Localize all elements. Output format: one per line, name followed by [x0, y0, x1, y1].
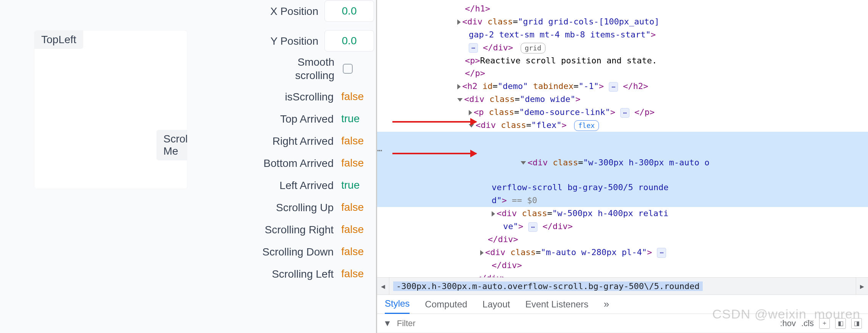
ellipsis-icon[interactable]: ⋯ [609, 82, 618, 92]
expand-icon[interactable] [492, 211, 495, 217]
ellipsis-icon[interactable]: ⋯ [528, 222, 537, 232]
demo-page: TopLeft Scroll Me X Position Y Position … [0, 0, 377, 333]
value-scrolling-left: false [340, 268, 374, 280]
annotation-arrow [392, 153, 476, 154]
value-right-arrived: false [340, 135, 374, 147]
breadcrumb-selected[interactable]: -300px.h-300px.m-auto.overflow-scroll.bg… [393, 281, 703, 291]
input-y-position[interactable] [324, 30, 374, 52]
styles-tabs: Styles Computed Layout Event Listeners » [377, 295, 868, 314]
new-style-rule-icon[interactable]: ＋ [819, 318, 830, 329]
value-left-arrived: true [340, 179, 374, 191]
expand-icon[interactable] [457, 19, 461, 25]
styles-pane-icon[interactable]: ◨ [851, 318, 862, 329]
styles-pane-icon[interactable]: ◧ [835, 318, 846, 329]
label-scrolling-down: Scrolling Down [195, 245, 334, 259]
ellipsis-icon[interactable]: ⋯ [620, 108, 629, 118]
ellipsis-icon[interactable]: ⋯ [469, 43, 478, 53]
cls-toggle[interactable]: .cls [801, 318, 814, 328]
collapse-icon[interactable] [457, 98, 463, 102]
label-x-position: X Position [195, 5, 318, 18]
value-scrolling-right: false [340, 223, 374, 236]
tab-layout[interactable]: Layout [482, 295, 510, 314]
label-smooth-scrolling: Smooth scrolling [195, 55, 334, 82]
grid-pill[interactable]: grid [521, 43, 545, 53]
scroll-container[interactable]: TopLeft Scroll Me [34, 31, 187, 189]
chevron-left-icon[interactable]: ◀ [377, 278, 389, 294]
input-x-position[interactable] [324, 0, 374, 22]
label-scrolling-left: Scrolling Left [195, 267, 334, 281]
value-scrolling-up: false [340, 201, 374, 213]
label-bottom-arrived: Bottom Arrived [195, 157, 334, 170]
badge-scrollme: Scroll Me [156, 130, 187, 160]
expand-icon[interactable] [469, 110, 472, 115]
devtools-panel: </h1> <div class="grid grid-cols-[100px_… [377, 0, 868, 333]
chevron-right-icon[interactable]: ▶ [856, 278, 868, 294]
elements-tree[interactable]: </h1> <div class="grid grid-cols-[100px_… [377, 0, 868, 277]
tab-computed[interactable]: Computed [425, 295, 467, 314]
tab-styles[interactable]: Styles [385, 294, 410, 314]
label-scrolling-up: Scrolling Up [195, 201, 334, 214]
more-tabs-icon[interactable]: » [604, 298, 609, 310]
collapse-icon[interactable] [521, 161, 526, 165]
value-bottom-arrived: false [340, 157, 374, 169]
styles-filter-bar: ▼ :hov .cls ＋ ◧ ◨ [377, 314, 868, 333]
label-y-position: Y Position [195, 34, 318, 48]
expand-icon[interactable] [480, 250, 484, 255]
value-scrolling-down: false [340, 246, 374, 258]
tab-event-listeners[interactable]: Event Listeners [525, 295, 588, 314]
badge-topleft: TopLeft [34, 31, 83, 49]
label-scrolling-right: Scrolling Right [195, 223, 334, 236]
dom-breadcrumb[interactable]: ◀ -300px.h-300px.m-auto.overflow-scroll.… [377, 277, 868, 295]
checkbox-smooth-scrolling[interactable] [343, 64, 353, 74]
p-text: Reactive scroll position and state. [480, 56, 657, 65]
ellipsis-icon[interactable]: ⋯ [657, 248, 666, 257]
label-isscrolling: isScrolling [195, 90, 334, 103]
annotation-arrow [392, 121, 476, 123]
value-top-arrived: true [340, 113, 374, 125]
expand-icon[interactable] [457, 84, 461, 89]
label-left-arrived: Left Arrived [195, 179, 334, 192]
label-right-arrived: Right Arrived [195, 134, 334, 148]
props-panel: X Position Y Position Smooth scrolling i… [195, 0, 374, 285]
kebab-icon[interactable]: ⋯ [377, 144, 383, 157]
flex-pill[interactable]: flex [574, 120, 599, 131]
filter-icon: ▼ [383, 318, 392, 328]
label-top-arrived: Top Arrived [195, 112, 334, 126]
selected-element[interactable]: ⋯ <div class="w-300px h-300px m-auto o [377, 132, 868, 181]
hov-toggle[interactable]: :hov [780, 318, 796, 328]
value-isscrolling: false [340, 91, 374, 103]
filter-input[interactable] [397, 318, 504, 328]
